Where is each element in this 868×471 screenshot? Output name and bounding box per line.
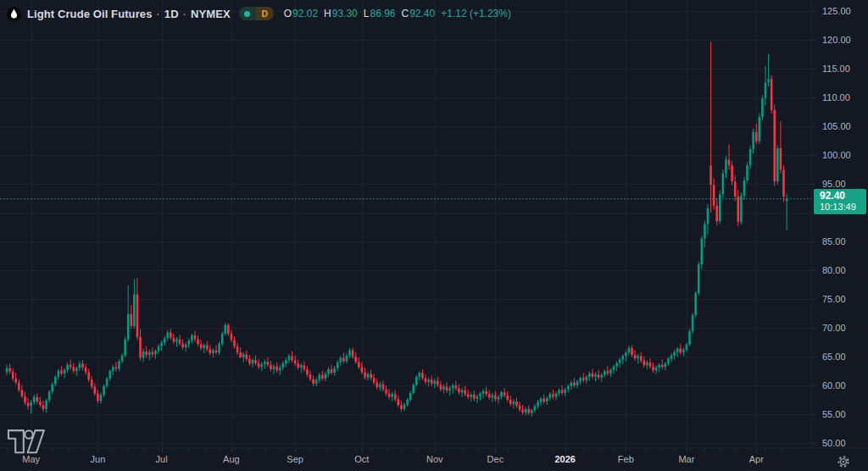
time-minor-tick bbox=[553, 448, 554, 451]
symbol-title[interactable]: Light Crude Oil Futures bbox=[27, 8, 152, 20]
price-axis-label: 110.00 bbox=[822, 92, 850, 103]
price-tick bbox=[812, 414, 815, 415]
gridlines bbox=[0, 0, 811, 447]
exchange-label[interactable]: NYMEX bbox=[191, 8, 231, 20]
time-tick bbox=[97, 448, 98, 452]
time-minor-tick bbox=[690, 448, 691, 451]
time-minor-tick bbox=[387, 448, 387, 451]
time-axis-label: Sep bbox=[276, 454, 314, 464]
time-minor-tick bbox=[143, 448, 144, 451]
time-minor-tick bbox=[159, 448, 159, 451]
low-label: L bbox=[364, 8, 370, 19]
price-axis-label: 105.00 bbox=[822, 121, 851, 132]
chart-legend: Light Crude Oil Futures · 1D · NYMEX D O… bbox=[7, 5, 511, 22]
price-tick bbox=[812, 155, 815, 156]
interval-label[interactable]: 1D bbox=[164, 8, 179, 20]
price-tick bbox=[812, 97, 815, 98]
separator: · bbox=[156, 8, 159, 20]
candles bbox=[6, 42, 788, 417]
time-tick bbox=[231, 448, 232, 452]
time-minor-tick bbox=[356, 448, 357, 451]
time-minor-tick bbox=[644, 448, 645, 451]
price-tick bbox=[812, 443, 815, 444]
time-axis-label: Feb bbox=[607, 454, 644, 464]
time-minor-tick bbox=[720, 448, 721, 451]
ohlc-values: O92.02 H93.30 L86.96 C92.40 +1.12 (+1.23… bbox=[284, 8, 511, 19]
time-axis-label: Aug bbox=[213, 454, 250, 464]
price-tick bbox=[812, 385, 815, 386]
time-tick bbox=[626, 448, 626, 452]
time-tick bbox=[162, 448, 163, 452]
price-axis-label: 120.00 bbox=[822, 35, 851, 46]
price-tick bbox=[812, 299, 815, 300]
time-minor-tick bbox=[416, 448, 417, 451]
time-minor-tick bbox=[189, 448, 190, 451]
time-axis-label: Jul bbox=[143, 454, 181, 464]
time-tick bbox=[565, 448, 566, 452]
tradingview-logo[interactable] bbox=[7, 427, 51, 455]
time-minor-tick bbox=[629, 448, 630, 451]
time-minor-tick bbox=[310, 448, 311, 451]
time-minor-tick bbox=[598, 448, 599, 451]
open-label: O bbox=[284, 8, 292, 19]
time-minor-tick bbox=[113, 448, 114, 451]
time-minor-tick bbox=[174, 448, 175, 451]
change-value: +1.12 (+1.23%) bbox=[441, 8, 511, 19]
time-minor-tick bbox=[235, 448, 236, 451]
time-tick bbox=[435, 448, 436, 452]
market-status-segment bbox=[239, 7, 256, 20]
time-axis-label: Apr bbox=[737, 454, 775, 464]
time-minor-tick bbox=[83, 448, 84, 451]
time-minor-tick bbox=[750, 448, 751, 451]
price-axis-label: 95.00 bbox=[822, 179, 846, 190]
price-tick bbox=[812, 126, 815, 127]
time-axis-label: Mar bbox=[668, 454, 705, 464]
time-minor-tick bbox=[68, 448, 69, 451]
price-axis-label: 125.00 bbox=[822, 6, 851, 17]
interval-toggle[interactable]: D bbox=[239, 7, 274, 20]
chart-window: Light Crude Oil Futures · 1D · NYMEX D O… bbox=[0, 0, 868, 471]
price-axis-label: 65.00 bbox=[822, 352, 846, 363]
time-minor-tick bbox=[128, 448, 129, 451]
time-minor-tick bbox=[326, 448, 326, 451]
time-axis-label: Oct bbox=[343, 454, 381, 464]
time-minor-tick bbox=[371, 448, 372, 451]
settings-gear-icon[interactable] bbox=[836, 454, 851, 469]
time-minor-tick bbox=[280, 448, 281, 451]
time-tick bbox=[295, 448, 296, 452]
price-tick bbox=[812, 270, 815, 271]
price-tick bbox=[812, 40, 815, 41]
time-axis[interactable]: MayJunJulAugSepOctNovDec2026FebMarApr bbox=[0, 447, 868, 471]
price-axis-label: 70.00 bbox=[822, 323, 846, 334]
time-tick bbox=[687, 448, 687, 452]
oil-drop-icon bbox=[7, 7, 21, 21]
price-axis-label: 75.00 bbox=[822, 294, 846, 305]
time-minor-tick bbox=[264, 448, 265, 451]
time-minor-tick bbox=[508, 448, 509, 451]
time-minor-tick bbox=[765, 448, 766, 451]
close-label: C bbox=[402, 8, 409, 19]
time-minor-tick bbox=[523, 448, 524, 451]
time-minor-tick bbox=[781, 448, 782, 451]
price-axis-label: 100.00 bbox=[822, 150, 851, 161]
time-minor-tick bbox=[341, 448, 342, 451]
candlestick-chart[interactable] bbox=[0, 0, 811, 447]
time-axis-label: Jun bbox=[79, 454, 116, 464]
high-value: 93.30 bbox=[332, 8, 358, 19]
price-axis-label: 85.00 bbox=[822, 236, 846, 247]
time-minor-tick bbox=[659, 448, 660, 451]
price-tick bbox=[812, 328, 815, 329]
time-axis-label: Nov bbox=[416, 454, 453, 464]
time-minor-tick bbox=[431, 448, 432, 451]
price-axis-label: 115.00 bbox=[822, 64, 850, 75]
high-label: H bbox=[324, 8, 331, 19]
price-axis[interactable]: 125.00120.00115.00110.00105.00100.0095.0… bbox=[811, 0, 868, 447]
interval-badge: D bbox=[256, 7, 274, 20]
time-minor-tick bbox=[568, 448, 569, 451]
time-minor-tick bbox=[735, 448, 736, 451]
current-price: 92.40 bbox=[820, 190, 866, 202]
time-axis-label: Dec bbox=[476, 454, 514, 464]
time-tick bbox=[362, 448, 363, 452]
time-minor-tick bbox=[220, 448, 220, 451]
time-minor-tick bbox=[53, 448, 53, 451]
